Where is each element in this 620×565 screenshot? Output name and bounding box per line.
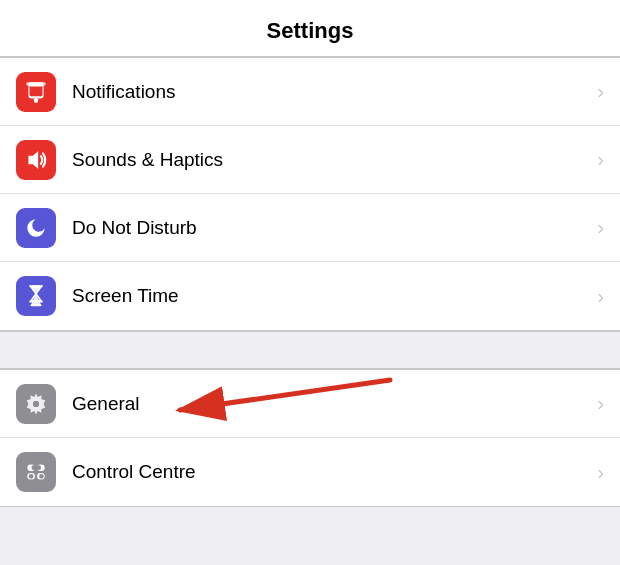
settings-group-1: Notifications › Sounds & Haptics › Do No… (0, 57, 620, 331)
general-icon-wrap (16, 384, 56, 424)
controlcentre-chevron: › (597, 461, 604, 484)
donotdisturb-icon-wrap (16, 208, 56, 248)
general-chevron: › (597, 392, 604, 415)
svg-point-17 (31, 465, 36, 470)
svg-point-19 (29, 474, 34, 479)
svg-marker-6 (28, 151, 38, 168)
page-title: Settings (0, 0, 620, 57)
settings-row-sounds[interactable]: Sounds & Haptics › (0, 126, 620, 194)
donotdisturb-label: Do Not Disturb (72, 217, 589, 239)
notifications-chevron: › (597, 80, 604, 103)
settings-row-general[interactable]: General › (0, 370, 620, 438)
svg-point-18 (36, 465, 41, 470)
donotdisturb-chevron: › (597, 216, 604, 239)
settings-row-controlcentre[interactable]: Control Centre › (0, 438, 620, 506)
settings-row-donotdisturb[interactable]: Do Not Disturb › (0, 194, 620, 262)
notifications-label: Notifications (72, 81, 589, 103)
settings-group-2: General › C (0, 369, 620, 507)
svg-rect-4 (28, 82, 43, 86)
group-separator (0, 331, 620, 369)
settings-row-screentime[interactable]: Screen Time › (0, 262, 620, 330)
svg-rect-9 (31, 304, 42, 306)
notifications-icon (23, 79, 49, 105)
screentime-icon (23, 283, 49, 309)
sounds-label: Sounds & Haptics (72, 149, 589, 171)
svg-point-20 (39, 474, 44, 479)
general-label: General (72, 393, 589, 415)
controlcentre-label: Control Centre (72, 461, 589, 483)
general-icon (23, 391, 49, 417)
controlcentre-icon (23, 459, 49, 485)
sounds-icon (23, 147, 49, 173)
screentime-chevron: › (597, 285, 604, 308)
sounds-icon-wrap (16, 140, 56, 180)
svg-point-11 (33, 400, 40, 407)
svg-rect-8 (31, 286, 42, 288)
svg-rect-5 (34, 98, 38, 100)
settings-row-notifications[interactable]: Notifications › (0, 58, 620, 126)
controlcentre-icon-wrap (16, 452, 56, 492)
sounds-chevron: › (597, 148, 604, 171)
notifications-icon-wrap (16, 72, 56, 112)
donotdisturb-icon (23, 215, 49, 241)
screentime-label: Screen Time (72, 285, 589, 307)
screentime-icon-wrap (16, 276, 56, 316)
